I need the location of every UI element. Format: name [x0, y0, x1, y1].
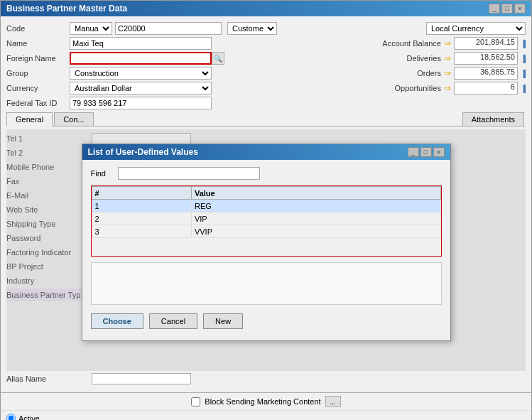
title-bar: Business Partner Master Data _ □ ×: [1, 1, 531, 16]
bottom-bar: Block Sending Marketing Content ...: [1, 392, 531, 410]
tabs-bar: General Con... Attachments: [6, 112, 526, 126]
group-select[interactable]: Construction: [70, 67, 212, 80]
account-balance-value: 201,894.15: [454, 37, 518, 50]
maximize-button[interactable]: □: [501, 4, 513, 14]
group-row: Group Construction Orders ⇒ 36,885.75 ▐: [6, 67, 526, 80]
foreign-name-row: Foreign Name 🔍 Deliveries ⇒ 18,562.50 ▐: [6, 52, 526, 65]
alias-row: Alias Name: [6, 372, 526, 385]
name-row: Name Account Balance ⇒ 201,894.15 ▐: [6, 37, 526, 50]
account-balance-arrow: ⇒: [444, 38, 451, 48]
modal-content: Find # Value: [82, 160, 450, 340]
name-input[interactable]: [70, 37, 212, 50]
header-section: Code Manual Customer Local Currency Name: [6, 22, 526, 109]
tab-contacts[interactable]: Con...: [54, 112, 93, 126]
cancel-button[interactable]: Cancel: [149, 313, 197, 329]
active-radio[interactable]: [6, 414, 16, 420]
main-window: Business Partner Master Data _ □ × Code …: [0, 0, 532, 420]
user-defined-values-modal: List of User-Defined Values _ □ × Find: [82, 144, 451, 341]
currency-select[interactable]: Australian Dollar: [70, 82, 212, 95]
modal-overlay: List of User-Defined Values _ □ × Find: [6, 129, 526, 371]
table-row[interactable]: 1 REG: [92, 200, 440, 212]
active-radio-row: Active: [6, 414, 53, 420]
account-balance-label: Account Balance: [356, 39, 441, 48]
new-button[interactable]: New: [203, 313, 243, 329]
modal-minimize-button[interactable]: _: [408, 147, 419, 157]
code-input[interactable]: [115, 22, 222, 35]
row-num: 2: [92, 212, 191, 225]
block-section: Block Sending Marketing Content ...: [6, 396, 526, 407]
status-radio-group: Active Inactive Advanced: [6, 414, 53, 420]
orders-value: 36,885.75: [454, 67, 518, 80]
from-to-bar: Active Inactive Advanced From To Remarks: [1, 410, 531, 420]
code-row: Code Manual Customer Local Currency: [6, 22, 526, 35]
col-num-header: #: [92, 187, 191, 200]
find-label: Find: [91, 169, 112, 178]
modal-controls: _ □ ×: [408, 147, 445, 157]
block-marketing-options-button[interactable]: ...: [325, 396, 341, 407]
values-table: # Value 1 REG: [92, 186, 441, 238]
code-label: Code: [6, 24, 67, 33]
close-button[interactable]: ×: [514, 4, 526, 14]
modal-title-bar: List of User-Defined Values _ □ ×: [82, 144, 450, 160]
active-label: Active: [18, 414, 40, 421]
table-row[interactable]: 2 VIP: [92, 212, 440, 225]
table-row[interactable]: 3 VVIP: [92, 225, 440, 238]
main-content: Code Manual Customer Local Currency Name: [1, 16, 531, 392]
deliveries-value: 18,562.50: [454, 52, 518, 65]
federal-tax-row: Federal Tax ID: [6, 97, 526, 109]
deliveries-chart-icon[interactable]: ▐: [521, 55, 526, 63]
row-value: REG: [191, 200, 440, 212]
orders-arrow: ⇒: [444, 68, 451, 78]
values-table-container: # Value 1 REG: [91, 185, 442, 257]
local-currency-select[interactable]: Local Currency: [426, 22, 526, 35]
window-controls: _ □ ×: [489, 4, 526, 14]
currency-label: Currency: [6, 84, 67, 92]
opportunities-arrow: ⇒: [444, 83, 451, 93]
currency-row: Currency Australian Dollar Opportunities…: [6, 82, 526, 95]
deliveries-arrow: ⇒: [444, 53, 451, 63]
modal-close-button[interactable]: ×: [433, 147, 445, 157]
foreign-name-search-button[interactable]: 🔍: [212, 52, 224, 65]
table-header-row: # Value: [92, 187, 440, 200]
find-input[interactable]: [118, 167, 260, 180]
tab-general[interactable]: General: [6, 112, 53, 126]
account-balance-chart-icon[interactable]: ▐: [521, 40, 526, 48]
modal-title: List of User-Defined Values: [88, 147, 198, 157]
choose-button[interactable]: Choose: [91, 313, 143, 329]
block-marketing-label: Block Sending Marketing Content: [205, 397, 320, 406]
name-label: Name: [6, 39, 67, 48]
opportunities-value: 6: [454, 82, 518, 95]
row-num: 3: [92, 225, 191, 238]
tab-attachments[interactable]: Attachments: [462, 112, 524, 126]
window-title: Business Partner Master Data: [6, 4, 127, 14]
deliveries-label: Deliveries: [356, 54, 441, 63]
col-value-header: Value: [191, 187, 440, 200]
row-value: VIP: [191, 212, 440, 225]
alias-label: Alias Name: [6, 375, 92, 383]
block-marketing-checkbox[interactable]: [191, 397, 200, 406]
find-row: Find: [91, 167, 442, 180]
opportunities-chart-icon[interactable]: ▐: [521, 85, 526, 92]
foreign-name-input[interactable]: [70, 52, 212, 65]
content-area: STEM® INNOVATION • DESIGN • VALUE Tel 1 …: [6, 129, 526, 371]
alias-input[interactable]: [92, 373, 191, 384]
row-value: VVIP: [191, 225, 440, 238]
orders-label: Orders: [356, 69, 441, 77]
federal-tax-input[interactable]: [70, 97, 212, 109]
group-label: Group: [6, 69, 67, 77]
code-type-select[interactable]: Manual: [70, 22, 112, 35]
foreign-name-label: Foreign Name: [6, 54, 67, 63]
federal-tax-label: Federal Tax ID: [6, 99, 67, 107]
opportunities-label: Opportunities: [356, 84, 441, 92]
modal-footer: Choose Cancel New: [91, 311, 442, 333]
customer-type-select[interactable]: Customer: [227, 22, 277, 35]
empty-area: [265, 280, 267, 288]
orders-chart-icon[interactable]: ▐: [521, 70, 526, 77]
row-num: 1: [92, 200, 191, 212]
modal-maximize-button[interactable]: □: [420, 147, 432, 157]
minimize-button[interactable]: _: [489, 4, 500, 14]
